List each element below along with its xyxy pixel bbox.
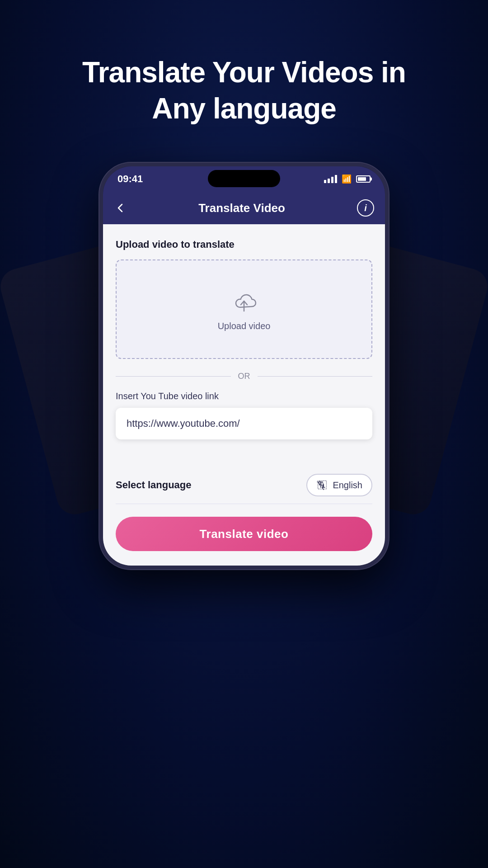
status-time: 09:41 (117, 173, 143, 185)
app-header: Translate Video i (103, 192, 385, 224)
phone-mockup: 09:41 📶 Translate Video i Upload video t… (99, 163, 389, 569)
upload-text: Upload video (218, 321, 271, 331)
app-content-bottom: Select language 🇦 English Translate vide… (103, 454, 385, 566)
back-button[interactable] (114, 202, 127, 214)
selected-language-text: English (333, 480, 362, 491)
or-line-left (116, 376, 231, 377)
headline: Translate Your Videos in Any language (68, 54, 420, 127)
or-divider: OR (116, 372, 372, 381)
header-title: Translate Video (198, 201, 285, 215)
or-text: OR (238, 372, 250, 381)
url-input-wrapper[interactable] (116, 408, 372, 439)
translate-video-button[interactable]: Translate video (116, 517, 372, 551)
or-line-right (258, 376, 373, 377)
select-language-label: Select language (116, 479, 192, 491)
insert-link-label: Insert You Tube video link (116, 391, 372, 401)
upload-section-label: Upload video to translate (116, 239, 372, 250)
status-icons: 📶 (324, 174, 371, 184)
wifi-icon: 📶 (342, 174, 352, 184)
app-content-top: Upload video to translate Upload video O… (103, 224, 385, 454)
translate-icon: 🇦 (316, 479, 328, 491)
url-input[interactable] (127, 418, 361, 429)
notch (208, 170, 280, 187)
upload-dropzone[interactable]: Upload video (116, 259, 372, 359)
select-language-row[interactable]: Select language 🇦 English (116, 467, 372, 504)
signal-icon (324, 175, 337, 183)
battery-icon (356, 175, 371, 183)
status-bar: 09:41 📶 (103, 166, 385, 192)
info-button[interactable]: i (357, 199, 374, 217)
cloud-upload-icon (228, 288, 260, 315)
language-badge[interactable]: 🇦 English (306, 474, 372, 496)
